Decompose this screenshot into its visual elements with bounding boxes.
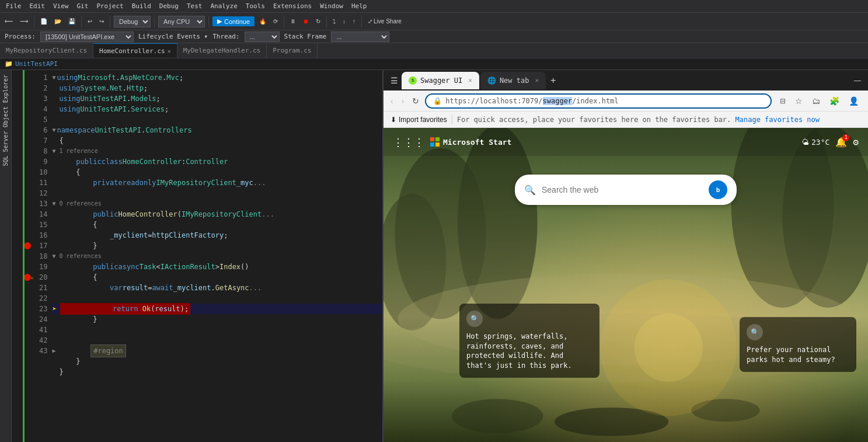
toolbar-back-btn[interactable]: ⟵ <box>2 17 15 26</box>
stop-btn[interactable]: ⏹ <box>301 17 311 26</box>
tab-homecontroller[interactable]: HomeController.cs ✕ <box>93 43 177 58</box>
ms-settings-icon[interactable]: ⚙ <box>853 137 859 148</box>
ms-grid-icon[interactable]: ⋮⋮⋮ <box>393 136 424 148</box>
menu-git[interactable]: Git <box>74 1 92 11</box>
browser-back-btn[interactable]: ‹ <box>388 94 396 108</box>
toolbar-forward-btn[interactable]: ⟶ <box>18 17 30 26</box>
code-content[interactable]: ▼using Microsoft.AspNetCore.Mvc; using S… <box>52 70 382 390</box>
menu-debug[interactable]: Debug <box>156 1 182 11</box>
toolbar-save-btn[interactable]: 💾 <box>66 17 78 26</box>
step-into-btn[interactable]: ↓ <box>340 17 348 26</box>
ref-hint-16: 0 references <box>59 251 101 262</box>
favorites-bar: ⬇ Import favorites For quick access, pla… <box>384 112 868 128</box>
menu-view[interactable]: View <box>50 1 72 11</box>
ms-logo-sq-red <box>430 137 434 141</box>
code-line-13: { <box>52 220 382 230</box>
fold-icon-6[interactable]: ▼ <box>52 125 55 135</box>
toolbar-undo-btn[interactable]: ↩ <box>85 17 95 26</box>
new-tab-button[interactable]: + <box>547 75 559 86</box>
fold-icon-1[interactable]: ▼ <box>52 72 55 83</box>
debug-config-dropdown[interactable]: Debug <box>114 16 151 27</box>
menu-tools[interactable]: Tools <box>242 1 269 11</box>
code-line-22 <box>52 325 382 335</box>
toolbar-new-btn[interactable]: 📄 <box>38 17 50 26</box>
code-line-12b: public HomeController(IMyRepositoryClien… <box>52 209 382 220</box>
menu-build[interactable]: Build <box>128 1 155 11</box>
manage-favorites-link[interactable]: Manage favorites now <box>735 116 820 124</box>
favorites-divider <box>452 115 452 124</box>
code-line-11 <box>52 188 382 199</box>
menu-project[interactable]: Project <box>93 1 127 11</box>
code-line-17: { <box>52 272 382 283</box>
tab-homecontroller-close[interactable]: ✕ <box>168 48 171 54</box>
bing-icon: b <box>716 186 720 194</box>
continue-button[interactable]: ▶ Continue <box>212 16 255 26</box>
live-share-btn[interactable]: ⤢ Live Share <box>365 17 404 26</box>
menu-extensions[interactable]: Extensions <box>270 1 315 11</box>
ms-weather[interactable]: 🌤 23°C <box>801 138 829 147</box>
process-dropdown[interactable]: [13500] UnitTestAPI.exe <box>40 32 134 42</box>
browser-tab-swagger[interactable]: S Swagger UI ✕ <box>402 72 479 89</box>
toolbar-open-btn[interactable]: 📂 <box>52 17 64 26</box>
code-line-5 <box>52 114 382 125</box>
refresh-btn[interactable]: ⟳ <box>271 17 280 26</box>
menu-test[interactable]: Test <box>183 1 206 11</box>
news-card-1[interactable]: 🔍 Hot springs, waterfalls, rainforests, … <box>459 304 599 378</box>
notification-bell[interactable]: 🔔 1 <box>835 137 847 148</box>
browser-minimize-btn[interactable]: — <box>852 75 863 86</box>
browser-forward-btn[interactable]: › <box>399 94 407 108</box>
fold-icon-8[interactable]: ▼ <box>52 146 55 156</box>
browser-nav-bar: ‹ › ↻ 🔒 https://localhost:7079/swagger/i… <box>384 91 868 112</box>
import-favorites-btn[interactable]: ⬇ Import favorites <box>391 116 447 124</box>
search-box: 🔍 b <box>515 175 737 205</box>
tab-program[interactable]: Program.cs <box>267 43 318 58</box>
hot-reload-btn[interactable]: 🔥 <box>257 17 269 26</box>
browser-new-tab-content: ⋮⋮⋮ Microsoft Start 🌤 23°C <box>384 128 868 442</box>
bing-search-button[interactable]: b <box>709 180 727 199</box>
stack-frame-dropdown[interactable]: ... <box>331 32 389 42</box>
notification-badge: 1 <box>842 134 849 141</box>
code-line-10: private readonly IMyRepositoryClient _my… <box>52 178 382 188</box>
toolbar-redo-btn[interactable]: ↪ <box>97 17 106 26</box>
code-line-8b: public class HomeController : Controller <box>52 156 382 167</box>
code-line-8: ▼ 1 reference <box>52 146 382 156</box>
news-card-2[interactable]: 🔍 Prefer your national parks hot and ste… <box>740 317 856 372</box>
collections-btn[interactable]: 🗂 <box>810 94 822 108</box>
browser-extensions-btn[interactable]: 🧩 <box>827 94 842 108</box>
step-out-btn[interactable]: ↑ <box>350 17 358 26</box>
newtab-close[interactable]: ✕ <box>535 76 539 84</box>
code-line-3: using UnitTestAPI.Models; <box>52 93 382 104</box>
address-bar[interactable]: 🔒 https://localhost:7079/swagger/index.h… <box>425 93 772 109</box>
code-line-41: } <box>52 356 382 367</box>
split-screen-btn[interactable]: ⊟ <box>778 95 788 107</box>
menu-edit[interactable]: Edit <box>26 1 49 11</box>
menu-file[interactable]: File <box>2 1 25 11</box>
browser-tab-newtab[interactable]: 🌐 New tab ✕ <box>480 72 546 89</box>
fold-icon-12[interactable]: ▼ <box>52 199 55 209</box>
code-editor[interactable]: 1 2 3 4 5 6 7 8 9 10 11 12 13 14 <box>12 70 382 442</box>
step-over-btn[interactable]: ⤵ <box>330 17 338 26</box>
platform-dropdown[interactable]: Any CPU <box>158 16 205 27</box>
menu-window[interactable]: Window <box>316 1 347 11</box>
profile-btn[interactable]: 👤 <box>846 94 861 108</box>
menu-analyze[interactable]: Analyze <box>207 1 240 11</box>
ms-logo: Microsoft Start <box>430 137 511 147</box>
toolbar-sep-6 <box>284 16 284 27</box>
swagger-tab-close[interactable]: ✕ <box>468 76 472 84</box>
browser-refresh-btn[interactable]: ↻ <box>410 94 421 108</box>
restart-btn[interactable]: ↻ <box>313 17 323 26</box>
fold-icon-16[interactable]: ▼ <box>52 251 55 262</box>
menu-help[interactable]: Help <box>348 1 371 11</box>
web-search-input[interactable] <box>542 185 703 194</box>
ref-hint-8: 1 reference <box>59 146 97 156</box>
fold-icon-24[interactable]: ▶ <box>52 346 55 356</box>
pause-btn[interactable]: ⏸ <box>288 17 298 26</box>
favorites-btn[interactable]: ☆ <box>793 94 805 108</box>
sidebar-label: SQL Server Object Explorer <box>2 75 9 166</box>
tab-myrepositoryclient[interactable]: MyRepositoryClient.cs <box>0 43 93 58</box>
toolbar-sep-1 <box>34 16 34 27</box>
thread-dropdown[interactable]: ... <box>245 32 280 42</box>
tab-mydelegatehandler[interactable]: MyDelegateHandler.cs <box>177 43 267 58</box>
ms-start-header: ⋮⋮⋮ Microsoft Start 🌤 23°C <box>384 128 868 156</box>
browser-sidebar-toggle[interactable]: ☰ <box>388 75 400 86</box>
